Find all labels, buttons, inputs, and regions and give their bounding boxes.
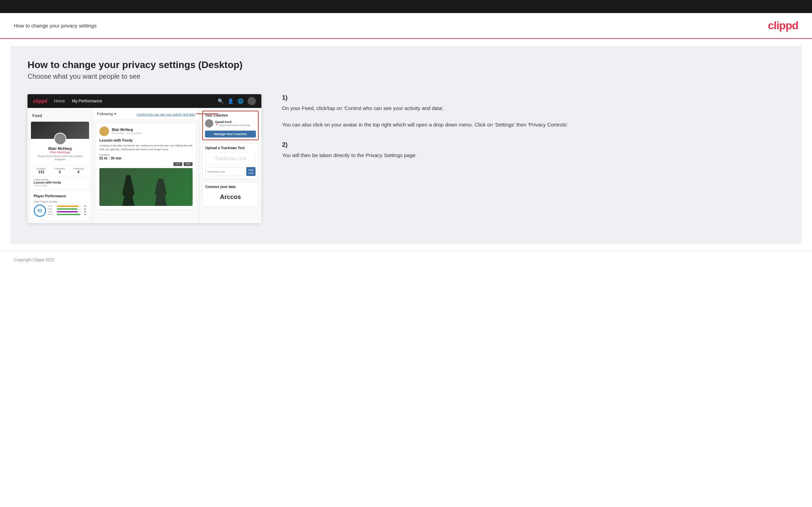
content-columns: clippd Home My Performance 🔍 👤 🌐 Feed [28, 94, 784, 223]
trackman-placeholder: Trackman Link [205, 152, 256, 165]
location-icon: 📍 [215, 124, 218, 126]
page-title: How to change your privacy settings (Des… [28, 59, 784, 70]
bar-putt-fill [57, 214, 80, 215]
profile-club: Royal North Devon Golf Club, United King… [34, 155, 86, 161]
app-nav: clippd Home My Performance 🔍 👤 🌐 [28, 94, 261, 108]
nav-home: Home [54, 99, 65, 103]
coach-info: David Ford 📍 Royal North Devon Golf Club [215, 120, 250, 126]
app-body: Feed Blair McHarg Plus Handicap Royal No… [28, 108, 261, 223]
tag-ott: OTT [173, 162, 182, 166]
step1-number: 1) [282, 94, 784, 101]
profile-avatar-img [54, 133, 66, 145]
golfer-silhouette-2 [152, 178, 169, 206]
person-icon: 👤 [228, 98, 234, 104]
feed-post: Blair McHarg Yesterday · Sunningdale Les… [96, 123, 196, 210]
search-icon: 🔍 [218, 98, 224, 104]
stat-following-label: Following [73, 167, 84, 170]
latest-activity: Latest Activity Lesson with Fordy 03 Aug… [31, 176, 89, 189]
coach-avatar [205, 119, 213, 128]
profile-name: Blair McHarg [34, 146, 86, 151]
coach-club-row: 📍 Royal North Devon Golf Club [215, 124, 250, 126]
bar-putt: PUTT 96 [48, 213, 86, 216]
trackman-title: Upload a Trackman Test [205, 146, 256, 150]
bar-putt-label: PUTT [48, 213, 56, 216]
post-image [99, 168, 193, 206]
app-feed: Following ▾ Control who can see your act… [93, 108, 199, 223]
stat-followers: Followers 3 [55, 167, 65, 174]
trackman-section: Upload a Trackman Test Trackman Link Add… [202, 143, 259, 179]
tag-app: APP [184, 162, 193, 166]
quality-label: Total Player Quality [34, 200, 86, 203]
quality-score: 92 [34, 205, 46, 217]
stat-followers-label: Followers [55, 167, 65, 170]
quality-row: 92 OTT 90 APP 85 [34, 205, 86, 217]
bar-app-fill [57, 208, 77, 210]
footer: Copyright Clippd 2022 [0, 251, 812, 268]
user-avatar[interactable] [248, 97, 256, 105]
following-label: Following [97, 112, 113, 116]
page-subtitle: Choose what you want people to see [28, 73, 784, 80]
copyright: Copyright Clippd 2022 [14, 257, 55, 262]
latest-activity-name: Lesson with Fordy [34, 181, 86, 184]
stat-followers-value: 3 [55, 170, 65, 174]
breadcrumb: How to change your privacy settings [14, 23, 97, 29]
bar-arg-track [57, 211, 81, 212]
bar-app-val: 85 [82, 208, 86, 210]
connect-section: Connect your data Arccos [202, 182, 259, 207]
app-sidebar: Feed Blair McHarg Plus Handicap Royal No… [28, 108, 93, 223]
connect-brand: Arccos [205, 191, 256, 203]
tag-row: OTT APP [99, 162, 193, 166]
profile-bg [31, 122, 89, 139]
top-bar [0, 0, 812, 13]
trackman-link-input[interactable] [205, 167, 245, 176]
step1-text: On your Feed, click/tap on 'Control who … [282, 104, 784, 129]
step2-number: 2) [282, 141, 784, 148]
bar-arg-val: 86 [82, 211, 86, 213]
globe-icon: 🌐 [238, 98, 243, 104]
post-author-name: Blair McHarg [112, 128, 141, 132]
feed-header: Following ▾ Control who can see your act… [93, 108, 199, 120]
control-link-container: Control who can see your activity and da… [137, 111, 195, 117]
bar-ott-val: 90 [82, 205, 86, 207]
bar-app: APP 85 [48, 208, 86, 210]
latest-activity-date: 03 Aug 2022 [34, 184, 86, 187]
perf-title: Player Performance [34, 194, 86, 198]
quality-bars: OTT 90 APP 85 ARG [48, 205, 86, 216]
app-screenshot: clippd Home My Performance 🔍 👤 🌐 Feed [28, 94, 261, 223]
app-nav-logo: clippd [33, 98, 47, 104]
chevron-down-icon: ▾ [114, 112, 116, 116]
stat-activities: Activities 131 [36, 167, 46, 174]
nav-right: 🔍 👤 🌐 [218, 97, 256, 105]
profile-card: Blair McHarg Plus Handicap Royal North D… [31, 122, 89, 189]
bar-arg-fill [57, 211, 78, 212]
bar-app-track [57, 208, 81, 210]
red-arrow [196, 113, 218, 114]
instruction-step1: 1) On your Feed, click/tap on 'Control w… [282, 94, 784, 129]
post-date: Yesterday · Sunningdale [112, 132, 141, 135]
control-privacy-link[interactable]: Control who can see your activity and da… [137, 113, 195, 116]
bar-ott-label: OTT [48, 205, 56, 207]
feed-label: Feed [31, 111, 89, 120]
golfer-silhouette-1 [118, 175, 139, 206]
main-content: How to change your privacy settings (Des… [10, 46, 802, 244]
instructions-column: 1) On your Feed, click/tap on 'Control w… [275, 94, 784, 172]
bar-arg-label: ARG [48, 211, 56, 213]
post-author-info: Blair McHarg Yesterday · Sunningdale [112, 128, 141, 135]
stat-activities-label: Activities [36, 167, 46, 170]
post-title: Lesson with Fordy [99, 138, 193, 142]
stat-following: Following 4 [73, 167, 84, 174]
add-link-button[interactable]: Add Link [246, 167, 256, 176]
bar-app-label: APP [48, 208, 56, 210]
bar-ott-track [57, 206, 81, 207]
bar-arg: ARG 86 [48, 211, 86, 213]
post-description: Looking to feel like my hands are exitin… [99, 144, 193, 151]
profile-stats: Activities 131 Followers 3 Following 4 [31, 165, 89, 176]
post-header: Blair McHarg Yesterday · Sunningdale [99, 126, 193, 136]
step2-text: You will then be taken directly to the P… [282, 151, 784, 159]
stat-activities-value: 131 [36, 170, 46, 174]
header: How to change your privacy settings clip… [0, 13, 812, 39]
player-performance: Player Performance Total Player Quality … [31, 191, 89, 220]
coaches-highlighted-section: Your Coaches David Ford 📍 Royal North De… [202, 111, 259, 140]
following-button[interactable]: Following ▾ [97, 112, 116, 116]
manage-coaches-button[interactable]: Manage Your Coaches [205, 131, 256, 137]
